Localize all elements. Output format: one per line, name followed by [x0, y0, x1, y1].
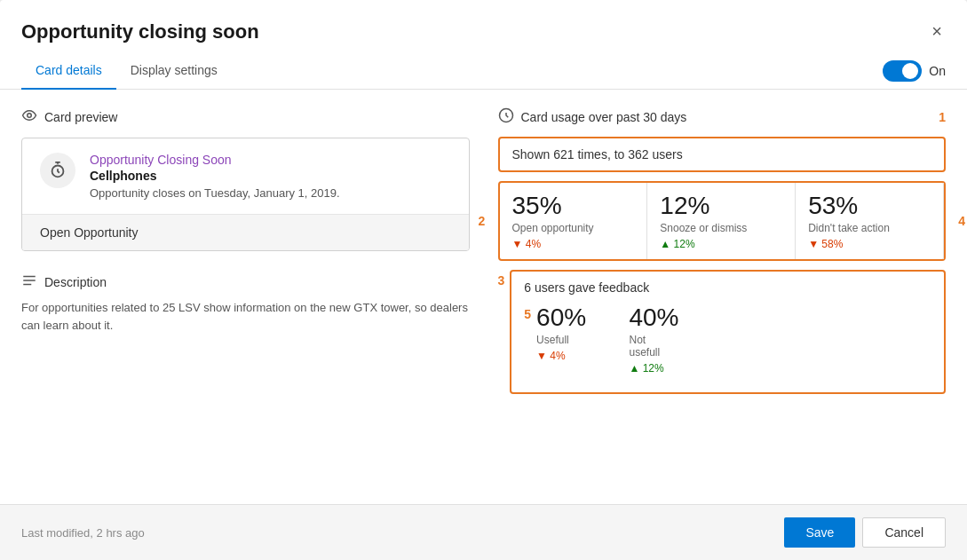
tabs: Card details Display settings: [21, 52, 232, 89]
description-label: Description: [44, 275, 107, 289]
stats-row: 2 35% Open opportunity ▼ 4% 12% Snooze o…: [498, 181, 947, 261]
right-panel: Card usage over past 30 days 1 Shown 621…: [498, 107, 947, 486]
feedback-usefull-label: Usefull: [536, 334, 586, 346]
toggle-label: On: [929, 64, 946, 78]
stat-snooze-pct: 12%: [660, 192, 782, 220]
stat-action: 53% Didn't take action ▼ 58%: [796, 183, 944, 259]
description-text: For opportunities related to 25 LSV show…: [21, 299, 470, 334]
feedback-not-usefull-pct: 40%: [629, 304, 678, 332]
label-5-wrap: 5 60% Usefull ▼ 4% 40% Not usefull ▲ 12%: [524, 304, 931, 375]
stat-action-change: ▼ 58%: [808, 238, 931, 250]
card-subtitle: Cellphones: [90, 169, 451, 183]
card-text: Opportunity Closing Soon Cellphones Oppo…: [90, 153, 451, 200]
description-icon: [21, 272, 37, 292]
label-3: 3: [498, 273, 505, 288]
card-preview-box: Opportunity Closing Soon Cellphones Oppo…: [21, 138, 470, 251]
left-panel: Card preview Opportunity Closing Soon Ce…: [21, 107, 470, 486]
modal-body: Card preview Opportunity Closing Soon Ce…: [0, 90, 967, 504]
stat-open: 35% Open opportunity ▼ 4%: [500, 183, 648, 259]
modal-container: Opportunity closing soon × Card details …: [0, 0, 967, 560]
feedback-usefull-pct: 60%: [536, 304, 586, 332]
feedback-title: 6 users gave feedback: [524, 280, 931, 295]
modal-header: Opportunity closing soon ×: [0, 0, 967, 45]
label-5: 5: [524, 307, 531, 321]
stopwatch-icon: [48, 161, 67, 180]
usage-title: Card usage over past 30 days: [498, 107, 687, 126]
desc-title-row: Description: [21, 272, 470, 292]
tab-card-details[interactable]: Card details: [21, 52, 116, 90]
label-4: 4: [958, 214, 965, 228]
feedback-stats: 60% Usefull ▼ 4% 40% Not usefull ▲ 12%: [536, 304, 679, 375]
card-preview-section: Card preview: [21, 107, 470, 127]
stat-snooze: 12% Snooze or dismiss ▲ 12%: [647, 183, 796, 259]
label-3-wrap: 3 6 users gave feedback 5 60% Usefull ▼ …: [498, 270, 947, 394]
stat-action-label: Didn't take action: [808, 222, 931, 234]
feedback-usefull-change: ▼ 4%: [536, 350, 586, 362]
feedback-usefull: 60% Usefull ▼ 4%: [536, 304, 600, 375]
stat-action-pct: 53%: [808, 192, 931, 220]
svg-point-0: [28, 114, 32, 118]
usage-label-1: 1: [939, 110, 946, 124]
toggle-slider: [883, 60, 922, 82]
preview-icon: [21, 107, 37, 127]
card-action-button[interactable]: Open Opportunity: [22, 214, 469, 250]
card-icon-wrap: [40, 153, 75, 188]
tabs-bar: Card details Display settings On: [0, 52, 967, 90]
usage-icon: [498, 107, 514, 126]
toggle-switch[interactable]: [883, 60, 922, 82]
toggle-area: On: [883, 60, 946, 82]
feedback-not-usefull-change: ▲ 12%: [629, 362, 678, 375]
card-content: Opportunity Closing Soon Cellphones Oppo…: [22, 138, 469, 200]
description-section: Description For opportunities related to…: [21, 272, 470, 334]
stat-open-label: Open opportunity: [512, 222, 635, 234]
footer-status: Last modified, 2 hrs ago: [21, 526, 145, 540]
stats-wrapper: 2 35% Open opportunity ▼ 4% 12% Snooze o…: [498, 181, 947, 261]
modal-title: Opportunity closing soon: [21, 20, 259, 43]
feedback-not-usefull-label: Not usefull: [629, 334, 678, 359]
stat-snooze-label: Snooze or dismiss: [660, 222, 782, 234]
stat-open-pct: 35%: [512, 192, 635, 220]
usage-label: Card usage over past 30 days: [521, 110, 687, 124]
close-button[interactable]: ×: [928, 18, 946, 45]
stat-open-change: ▼ 4%: [512, 238, 635, 250]
tab-display-settings[interactable]: Display settings: [116, 52, 232, 90]
stat-snooze-change: ▲ 12%: [660, 238, 782, 250]
label-2: 2: [479, 214, 486, 228]
modal-footer: Last modified, 2 hrs ago Save Cancel: [0, 504, 967, 560]
shown-box: Shown 621 times, to 362 users: [498, 137, 947, 172]
save-button[interactable]: Save: [784, 517, 855, 548]
cancel-button[interactable]: Cancel: [862, 517, 946, 548]
card-preview-label: Card preview: [44, 110, 117, 124]
usage-title-row: Card usage over past 30 days 1: [498, 107, 947, 126]
card-desc: Opportunity closes on Tuesday, January 1…: [90, 186, 451, 200]
feedback-not-usefull: 40% Not usefull ▲ 12%: [629, 304, 678, 375]
feedback-box: 6 users gave feedback 5 60% Usefull ▼ 4%…: [510, 270, 946, 394]
footer-actions: Save Cancel: [784, 517, 946, 548]
card-title: Opportunity Closing Soon: [90, 153, 451, 167]
